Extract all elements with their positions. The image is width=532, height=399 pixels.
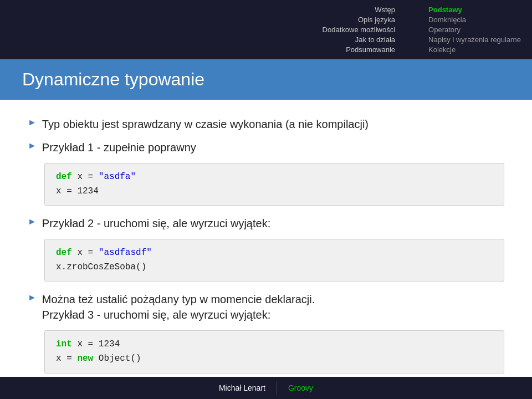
- keyword-def-1: def: [56, 172, 72, 182]
- bullet-text-2: Przykład 1 - zupełnie poprawny: [42, 140, 196, 155]
- main-content: ► Typ obiektu jest sprawdzany w czasie w…: [0, 100, 532, 399]
- header-nav: Wstęp Opis języka Dodatkowe możliwości J…: [0, 0, 532, 59]
- nav-podsumowanie[interactable]: Podsumowanie: [346, 45, 395, 54]
- bullet-arrow-1: ►: [28, 117, 37, 127]
- nav-dodatkowe[interactable]: Dodatkowe możliwości: [323, 25, 396, 34]
- bullet-arrow-3: ►: [28, 217, 37, 227]
- bullet-text-4: Można też ustalić pożądany typ w momenci…: [42, 291, 315, 307]
- nav-opis[interactable]: Opis języka: [358, 16, 395, 24]
- nav-podstawy[interactable]: Podstawy: [428, 6, 462, 14]
- nav-domkniecia[interactable]: Domknięcia: [428, 16, 466, 24]
- nav-right: Podstawy Domknięcia Operatory Napisy i w…: [428, 6, 521, 54]
- code-line-3-2: x = new Object(): [56, 352, 493, 366]
- code-line-3-1: int x = 1234: [56, 337, 493, 352]
- string-2: "asdfasdf": [99, 248, 152, 258]
- code-line-2-1: def x = "asdfasdf": [56, 246, 493, 260]
- keyword-def-2: def: [56, 248, 72, 258]
- nav-napisy[interactable]: Napisy i wyrażenia regularne: [428, 35, 521, 44]
- keyword-new: new: [77, 354, 93, 364]
- code-block-2: def x = "asdfasdf" x.zrobCosZeSoba(): [44, 239, 504, 282]
- bullet-4-5: ► Można też ustalić pożądany typ w momen…: [28, 291, 504, 323]
- bullet-text-3: Przykład 2 - uruchomi się, ale wyrzuci w…: [42, 216, 270, 231]
- footer: Michał Lenart Groovy: [0, 377, 532, 399]
- bullet-3: ► Przykład 2 - uruchomi się, ale wyrzuci…: [28, 216, 504, 231]
- nav-left: Wstęp Opis języka Dodatkowe możliwości J…: [323, 6, 396, 54]
- bullet-text-5: Przykład 3 - uruchomi się, ale wyrzuci w…: [42, 307, 315, 323]
- page-title: Dynamiczne typowanie: [22, 69, 510, 90]
- bullet-1: ► Typ obiektu jest sprawdzany w czasie w…: [28, 116, 504, 132]
- code-block-1: def x = "asdfa" x = 1234: [44, 163, 504, 206]
- nav-wstep[interactable]: Wstęp: [375, 6, 395, 14]
- nav-operatory[interactable]: Operatory: [428, 25, 461, 34]
- nav-kolekcje[interactable]: Kolekcje: [428, 45, 456, 54]
- bullet-arrow-2: ►: [28, 141, 37, 151]
- title-bar: Dynamiczne typowanie: [0, 59, 532, 100]
- code-line-1-2: x = 1234: [56, 185, 493, 199]
- code-block-3: int x = 1234 x = new Object(): [44, 330, 504, 373]
- code-line-1-1: def x = "asdfa": [56, 170, 493, 185]
- bullet-2: ► Przykład 1 - zupełnie poprawny: [28, 140, 504, 155]
- string-1: "asdfa": [99, 172, 136, 182]
- footer-technology: Groovy: [277, 381, 324, 395]
- code-line-2-2: x.zrobCosZeSoba(): [56, 260, 493, 275]
- nav-jak[interactable]: Jak to działa: [355, 35, 395, 44]
- bullet-arrow-4: ►: [28, 293, 37, 303]
- footer-author: Michał Lenart: [208, 381, 277, 395]
- keyword-int: int: [56, 339, 72, 349]
- bullet-text-1: Typ obiektu jest sprawdzany w czasie wyk…: [42, 116, 369, 132]
